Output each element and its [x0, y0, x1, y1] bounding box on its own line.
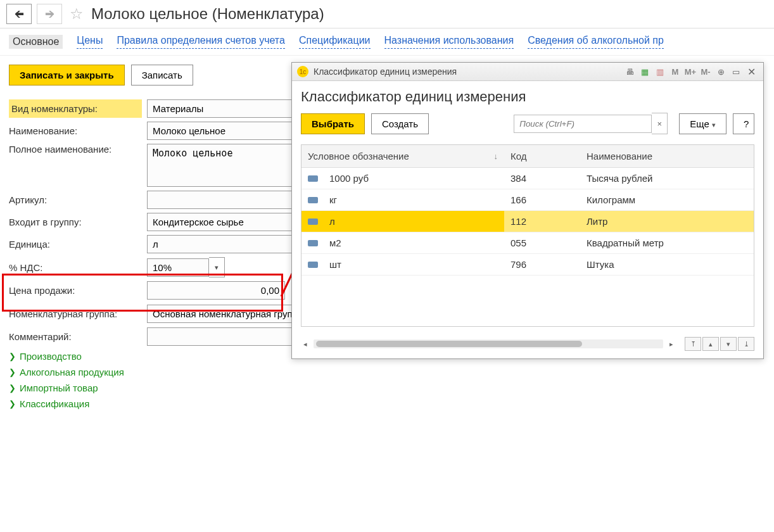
- column-symbol[interactable]: Условное обозначение↓: [301, 145, 504, 167]
- expander-alcohol[interactable]: ❯Алкогольная продукция: [9, 367, 765, 377]
- tab-specs[interactable]: Спецификации: [299, 35, 371, 49]
- cell-symbol: м2: [329, 238, 341, 248]
- row-icon: [308, 262, 318, 268]
- unit-label: Единица:: [9, 239, 142, 250]
- app-1c-icon: 1c: [297, 66, 308, 77]
- saleprice-input[interactable]: [147, 281, 285, 300]
- cell-symbol: 1000 руб: [329, 173, 369, 184]
- chevron-right-icon: ❯: [9, 352, 16, 361]
- table-row[interactable]: л112Литр: [301, 211, 754, 232]
- select-button[interactable]: Выбрать: [301, 113, 365, 134]
- kind-input[interactable]: [147, 99, 293, 118]
- search-clear-button[interactable]: ×: [652, 113, 668, 134]
- nomgroup-label: Номенклатурная группа:: [9, 308, 142, 319]
- unit-input[interactable]: [147, 235, 293, 253]
- dialog-header: Классификатор единиц измерения: [292, 81, 763, 109]
- table-row[interactable]: шт796Штука: [301, 254, 754, 276]
- units-classifier-dialog: 1c Классификатор единиц измерения 🖶 ▦ ▥ …: [291, 62, 764, 359]
- article-label: Артикул:: [9, 194, 142, 205]
- expander-classification[interactable]: ❯Классификация: [9, 398, 765, 409]
- forward-button[interactable]: 🡲: [37, 4, 62, 24]
- group-label: Входит в группу:: [9, 217, 142, 227]
- page-title: Молоко цельное (Номенклатура): [91, 5, 324, 23]
- vat-input[interactable]: [147, 258, 209, 277]
- column-name[interactable]: Наименование: [580, 145, 754, 167]
- search-input[interactable]: [514, 115, 652, 133]
- dialog-titlebar-text: Классификатор единиц измерения: [314, 66, 621, 77]
- row-icon: [308, 218, 318, 225]
- cell-symbol: кг: [329, 194, 337, 205]
- name-input[interactable]: [147, 122, 293, 140]
- row-icon: [308, 197, 318, 203]
- help-button[interactable]: ?: [733, 113, 754, 134]
- kind-label: Вид номенклатуры:: [9, 99, 142, 118]
- cell-name: Литр: [580, 211, 754, 232]
- chevron-down-icon: ▾: [712, 121, 716, 129]
- article-input[interactable]: [147, 191, 293, 209]
- print-icon[interactable]: 🖶: [623, 65, 637, 78]
- table-row[interactable]: м2055Квадратный метр: [301, 232, 754, 254]
- favorite-star-icon[interactable]: ☆: [67, 4, 86, 23]
- cell-name: Штука: [580, 254, 754, 275]
- chevron-right-icon: ❯: [9, 399, 16, 408]
- table-row[interactable]: 1000 руб384Тысяча рублей: [301, 168, 754, 189]
- create-button[interactable]: Создать: [371, 113, 429, 134]
- cell-code: 796: [504, 254, 580, 275]
- zoom-in-icon[interactable]: ⊕: [714, 65, 728, 78]
- expander-label: Производство: [20, 351, 82, 362]
- chevron-right-icon: ❯: [9, 367, 16, 377]
- row-icon: [308, 240, 318, 246]
- calendar-icon[interactable]: ▥: [653, 65, 667, 78]
- memory-mminus-button[interactable]: M-: [699, 65, 713, 78]
- comment-label: Комментарий:: [9, 331, 142, 342]
- memory-m-button[interactable]: M: [668, 65, 682, 78]
- cell-name: Килограмм: [580, 189, 754, 210]
- column-code[interactable]: Код: [504, 145, 580, 167]
- expander-label: Алкогольная продукция: [20, 367, 124, 377]
- fullname-label: Полное наименование:: [9, 144, 142, 155]
- vat-dropdown-button[interactable]: ▾: [209, 257, 225, 277]
- chevron-right-icon: ❯: [9, 383, 16, 393]
- nav-down-button[interactable]: ▾: [720, 337, 737, 351]
- cell-code: 112: [504, 211, 580, 232]
- cell-symbol: шт: [329, 259, 341, 270]
- cell-name: Тысяча рублей: [580, 168, 754, 189]
- expander-label: Импортный товар: [20, 383, 98, 393]
- cell-symbol: л: [329, 216, 335, 227]
- tab-usage[interactable]: Назначения использования: [384, 35, 514, 49]
- scroll-left-button[interactable]: ◂: [301, 339, 310, 348]
- table-row[interactable]: кг166Килограмм: [301, 189, 754, 211]
- cell-code: 055: [504, 232, 580, 253]
- units-table: Условное обозначение↓ Код Наименование 1…: [301, 144, 754, 327]
- fullname-textarea[interactable]: Молоко цельное: [147, 144, 293, 187]
- vat-label: % НДС:: [9, 262, 142, 273]
- horizontal-scrollbar[interactable]: [314, 339, 663, 348]
- tab-prices[interactable]: Цены: [77, 35, 103, 49]
- scroll-right-button[interactable]: ▸: [667, 339, 676, 348]
- nav-up-button[interactable]: ▴: [702, 337, 719, 351]
- save-and-close-button[interactable]: Записать и закрыть: [9, 65, 125, 86]
- group-input[interactable]: [147, 213, 293, 231]
- nav-last-button[interactable]: ⤓: [738, 337, 754, 351]
- memory-mplus-button[interactable]: M+: [683, 65, 697, 78]
- minimize-icon[interactable]: ▭: [729, 65, 743, 78]
- saleprice-label: Цена продажи:: [9, 285, 142, 296]
- cell-name: Квадратный метр: [580, 232, 754, 253]
- tab-account-rules[interactable]: Правила определения счетов учета: [117, 35, 285, 49]
- expander-import[interactable]: ❯Импортный товар: [9, 383, 765, 393]
- back-button[interactable]: 🡰: [6, 4, 32, 24]
- cell-code: 384: [504, 168, 580, 189]
- calc-icon[interactable]: ▦: [638, 65, 652, 78]
- name-label: Наименование:: [9, 125, 142, 136]
- tab-alcohol-info[interactable]: Сведения об алкогольной пр: [528, 35, 664, 49]
- close-icon[interactable]: ✕: [744, 65, 758, 78]
- nav-first-button[interactable]: ⤒: [685, 337, 701, 351]
- expander-label: Классификация: [20, 398, 89, 409]
- more-button[interactable]: Еще ▾: [679, 113, 726, 134]
- tab-bar: Основное Цены Правила определения счетов…: [0, 28, 774, 56]
- row-icon: [308, 175, 318, 182]
- cell-code: 166: [504, 189, 580, 210]
- save-button[interactable]: Записать: [131, 65, 193, 86]
- sort-indicator-icon: ↓: [494, 151, 498, 161]
- tab-main[interactable]: Основное: [9, 35, 63, 49]
